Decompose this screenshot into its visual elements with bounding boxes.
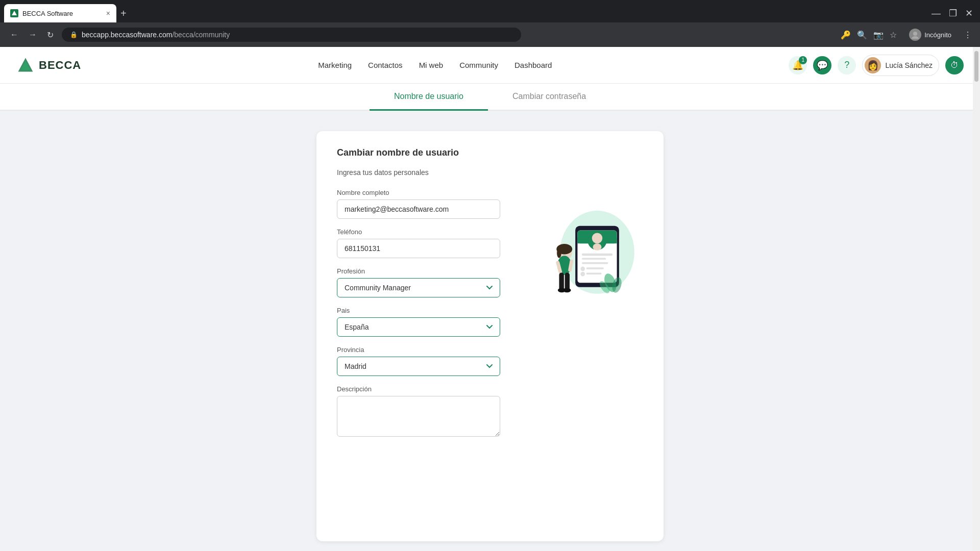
url-path: /becca/community [172, 31, 230, 39]
nombre-label: Nombre completo [337, 189, 500, 196]
nombre-input[interactable] [337, 199, 500, 219]
tab-nombre-usuario[interactable]: Nombre de usuario [370, 84, 488, 111]
new-tab-button[interactable]: + [120, 8, 127, 19]
page-tabs: Nombre de usuario Cambiar contraseña [0, 84, 980, 111]
tab-close-button[interactable]: × [106, 9, 110, 17]
illustration-svg [521, 189, 643, 311]
browser-icons: 🔑 🔍 📷 ☆ Incógnito ⋮ [841, 27, 972, 43]
form-fields: Nombre completo Teléfono Profesión Commu… [337, 189, 500, 448]
form-row: Nombre completo Teléfono Profesión Commu… [337, 189, 643, 448]
tab-cambiar-contrasena[interactable]: Cambiar contraseña [488, 84, 610, 111]
scrollbar-thumb[interactable] [974, 51, 978, 82]
telefono-group: Teléfono [337, 228, 500, 258]
nombre-group: Nombre completo [337, 189, 500, 219]
pais-select[interactable]: España México Argentina Colombia Chile [337, 317, 500, 337]
svg-marker-0 [12, 11, 17, 15]
nav-dashboard[interactable]: Dashboard [514, 61, 552, 69]
app-header: BECCA Marketing Contactos Mi web Communi… [0, 47, 980, 84]
card-title: Cambiar nombre de usuario [337, 147, 643, 158]
form-card: Cambiar nombre de usuario Ingresa tus da… [316, 131, 664, 541]
zoom-icon[interactable]: 🔍 [857, 30, 867, 40]
svg-rect-17 [586, 267, 604, 269]
svg-rect-19 [586, 273, 602, 274]
descripcion-label: Descripción [337, 385, 500, 393]
url-domain: beccapp.beccasoftware.com [82, 31, 172, 39]
incognito-label: Incógnito [924, 31, 951, 39]
provincia-label: Provincia [337, 346, 500, 354]
menu-icon[interactable]: ⋮ [964, 30, 972, 40]
svg-point-2 [912, 36, 919, 39]
camera-icon[interactable]: 📷 [873, 30, 884, 40]
chat-button[interactable]: 💬 [813, 56, 831, 74]
logo-svg [16, 56, 35, 74]
nav-contactos[interactable]: Contactos [368, 61, 403, 69]
notifications-button[interactable]: 🔔 1 [789, 56, 807, 74]
pais-label: Pais [337, 307, 500, 314]
svg-point-22 [557, 249, 561, 258]
descripcion-group: Descripción [337, 385, 500, 439]
descripcion-textarea[interactable] [337, 396, 500, 437]
profesion-label: Profesión [337, 267, 500, 275]
svg-rect-14 [582, 258, 606, 259]
user-profile-button[interactable]: 👩 Lucía Sánchez [862, 55, 939, 76]
svg-point-29 [563, 288, 571, 293]
logo-text: BECCA [39, 59, 81, 72]
svg-rect-27 [565, 273, 570, 290]
nav-marketing[interactable]: Marketing [318, 61, 352, 69]
url-text: beccapp.beccasoftware.com/becca/communit… [82, 31, 230, 39]
tab-title: BECCA Software [22, 10, 102, 17]
lock-icon: 🔒 [70, 31, 78, 38]
pais-group: Pais España México Argentina Colombia Ch… [337, 307, 500, 337]
close-button[interactable]: ✕ [962, 7, 976, 20]
tab-favicon [10, 9, 18, 17]
profesion-group: Profesión Community Manager Diseñador/a … [337, 267, 500, 297]
bookmark-icon[interactable]: ☆ [890, 30, 897, 40]
tab-bar: BECCA Software × + — ❐ ✕ [0, 0, 980, 22]
address-bar: ← → ↻ 🔒 beccapp.beccasoftware.com/becca/… [0, 22, 980, 47]
telefono-input[interactable] [337, 239, 500, 258]
form-illustration [521, 189, 643, 311]
main-nav: Marketing Contactos Mi web Community Das… [318, 61, 552, 69]
incognito-avatar [909, 29, 921, 41]
nav-community[interactable]: Community [459, 61, 498, 69]
url-bar[interactable]: 🔒 beccapp.beccasoftware.com/becca/commun… [62, 28, 521, 42]
svg-point-1 [913, 32, 917, 36]
help-button[interactable]: ? [838, 56, 856, 74]
svg-point-11 [592, 233, 603, 244]
user-name: Lucía Sánchez [885, 61, 933, 69]
main-content: Cambiar nombre de usuario Ingresa tus da… [0, 111, 980, 551]
user-avatar: 👩 [865, 57, 881, 73]
key-icon[interactable]: 🔑 [841, 30, 851, 40]
nav-mi-web[interactable]: Mi web [419, 61, 444, 69]
svg-point-18 [580, 272, 585, 277]
timer-button[interactable]: ⏱ [945, 56, 964, 74]
svg-point-16 [580, 267, 585, 271]
maximize-button[interactable]: ❐ [946, 7, 960, 20]
profesion-select[interactable]: Community Manager Diseñador/a Desarrolla… [337, 278, 500, 297]
browser-chrome: BECCA Software × + — ❐ ✕ ← → ↻ 🔒 beccapp… [0, 0, 980, 47]
header-actions: 🔔 1 💬 ? 👩 Lucía Sánchez ⏱ [789, 55, 964, 76]
svg-point-12 [593, 243, 601, 251]
back-button[interactable]: ← [8, 28, 20, 41]
refresh-button[interactable]: ↻ [45, 28, 56, 42]
svg-rect-13 [582, 254, 612, 256]
logo: BECCA [16, 56, 81, 74]
provincia-select[interactable]: Madrid Barcelona Valencia Sevilla Bilbao [337, 357, 500, 376]
browser-tab[interactable]: BECCA Software × [4, 4, 116, 22]
svg-rect-26 [559, 273, 564, 290]
svg-rect-15 [582, 262, 608, 264]
telefono-label: Teléfono [337, 228, 500, 236]
incognito-button[interactable]: Incógnito [903, 27, 958, 43]
forward-button[interactable]: → [27, 28, 39, 41]
scrollbar[interactable] [973, 47, 980, 551]
minimize-button[interactable]: — [928, 7, 944, 20]
provincia-group: Provincia Madrid Barcelona Valencia Sevi… [337, 346, 500, 376]
card-subtitle: Ingresa tus datos personales [337, 168, 643, 177]
window-controls: — ❐ ✕ [928, 7, 980, 20]
notification-badge: 1 [799, 56, 807, 64]
